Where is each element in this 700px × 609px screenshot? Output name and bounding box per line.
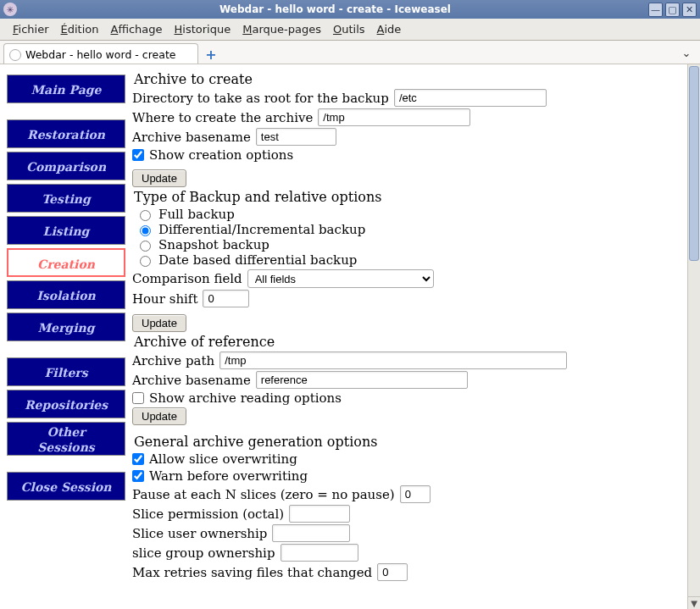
nav-main-page[interactable]: Main Page [7,75,125,103]
input-dir-root[interactable] [394,89,547,107]
window-title: Webdar - hello word - create - Iceweasel [22,3,648,15]
nav-repositories[interactable]: Repositories [7,390,125,418]
menu-historique[interactable]: Historique [169,21,237,37]
radio-snapshot-backup[interactable] [140,241,151,252]
checkbox-warn-ow[interactable] [132,470,144,482]
app-icon: ✳ [3,3,17,16]
label-cmp-field: Comparison field [132,271,242,286]
update-button-1[interactable]: Update [132,169,186,187]
label-show-reading: Show archive reading options [149,390,342,406]
nav-close-session[interactable]: Close Session [7,472,125,501]
input-max-retries[interactable] [377,563,408,581]
nav-creation[interactable]: Creation [7,248,125,277]
input-ref-basename[interactable] [256,371,468,389]
label-slice-user: Slice user ownership [132,526,267,541]
menu-edition[interactable]: Édition [55,21,105,37]
creation-form: Archive to create Directory to take as r… [132,69,687,583]
label-basename: Archive basename [132,130,251,145]
tab-label: Webdar - hello word - create [25,48,175,61]
tab-dropdown-button[interactable]: ⌄ [678,44,695,61]
vertical-scrollbar[interactable]: ▼ [687,64,700,609]
checkbox-show-creation[interactable] [132,149,144,161]
tab-strip: Webdar - hello word - create + ⌄ [0,41,700,64]
menu-fichier[interactable]: Fichier [7,21,55,37]
minimize-button[interactable]: — [648,3,663,17]
nav-testing[interactable]: Testing [7,184,125,213]
radio-date-backup[interactable] [140,256,151,267]
nav-listing[interactable]: Listing [7,216,125,245]
menu-outils[interactable]: Outils [327,21,371,37]
label-show-creation: Show creation options [149,147,293,163]
page-content: Main Page Restoration Comparison Testing… [0,64,687,609]
close-button[interactable]: ✕ [682,3,697,17]
section-archive-ref: Archive of reference [134,334,675,350]
select-cmp-field[interactable]: All fields [247,269,434,288]
nav-merging[interactable]: Merging [7,313,125,341]
checkbox-show-reading[interactable] [132,392,144,404]
nav-restoration[interactable]: Restoration [7,119,125,148]
label-warn-ow: Warn before overwriting [149,468,308,484]
label-ref-basename: Archive basename [132,373,251,388]
label-date-backup: Date based differential backup [158,252,357,268]
section-backup-type: Type of Backup and relative options [134,189,675,205]
tab-favicon [9,49,21,61]
section-archive-to-create: Archive to create [134,71,675,87]
scrollbar-down-arrow-icon[interactable]: ▼ [688,596,700,609]
menu-marque-pages[interactable]: Marque-pages [236,21,327,37]
sidebar-nav: Main Page Restoration Comparison Testing… [7,69,125,512]
browser-tab[interactable]: Webdar - hello word - create [3,43,198,64]
label-dir-root: Directory to take as root for the backup [132,91,389,106]
browser-menubar: Fichier Édition Affichage Historique Mar… [0,19,700,41]
input-slice-perm[interactable] [289,505,350,523]
label-where: Where to create the archive [132,110,313,125]
input-where[interactable] [318,108,470,126]
maximize-button[interactable]: ▢ [665,3,680,17]
input-ref-path[interactable] [219,352,567,369]
window-titlebar: ✳ Webdar - hello word - create - Iceweas… [0,0,700,19]
label-hour-shift: Hour shift [132,291,197,307]
menu-affichage[interactable]: Affichage [104,21,168,37]
scrollbar-thumb[interactable] [689,66,699,261]
checkbox-allow-slice[interactable] [132,453,144,465]
label-max-retries: Max retries saving files that changed [132,565,372,580]
label-ref-path: Archive path [132,353,214,368]
menu-aide[interactable]: Aide [371,21,408,37]
section-general-options: General archive generation options [134,434,675,450]
label-allow-slice: Allow slice overwriting [149,451,297,467]
label-pause: Pause at each N slices (zero = no pause) [132,487,395,502]
label-diff-backup: Differential/Incremental backup [158,222,365,237]
input-slice-user[interactable] [272,524,350,542]
input-hour-shift[interactable] [203,290,249,307]
label-full-backup: Full backup [158,207,235,222]
radio-diff-backup[interactable] [140,225,151,236]
input-basename[interactable] [256,128,336,146]
nav-other-sessions[interactable]: OtherSessions [7,422,125,456]
label-slice-perm: Slice permission (octal) [132,507,284,522]
label-slice-group: slice group ownership [132,545,275,561]
new-tab-button[interactable]: + [202,45,220,64]
input-slice-group[interactable] [281,544,358,562]
update-button-2[interactable]: Update [132,314,186,332]
input-pause[interactable] [400,485,431,503]
nav-filters[interactable]: Filters [7,357,125,386]
radio-full-backup[interactable] [140,210,151,221]
label-snapshot-backup: Snapshot backup [158,237,269,252]
nav-comparison[interactable]: Comparison [7,152,125,180]
nav-isolation[interactable]: Isolation [7,280,125,309]
update-button-3[interactable]: Update [132,407,186,425]
